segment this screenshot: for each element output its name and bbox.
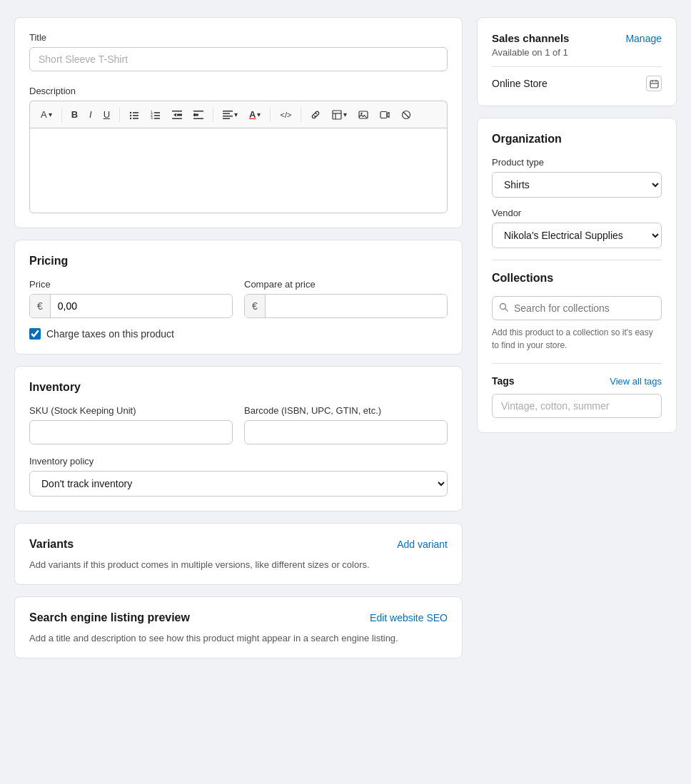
tags-header: Tags View all tags	[492, 375, 662, 387]
seo-header: Search engine listing preview Edit websi…	[29, 611, 448, 624]
pricing-card: Pricing Price € Compare at price €	[14, 240, 463, 355]
svg-rect-9	[154, 115, 160, 116]
barcode-label: Barcode (ISBN, UPC, GTIN, etc.)	[244, 405, 448, 416]
inventory-policy-select[interactable]: Don't track inventory Shopify tracks thi…	[29, 471, 448, 497]
variants-description: Add variants if this product comes in mu…	[29, 559, 448, 570]
variants-card: Variants Add variant Add variants if thi…	[14, 523, 463, 585]
inventory-policy-field: Inventory policy Don't track inventory S…	[29, 456, 448, 497]
tags-section: Tags View all tags	[492, 375, 662, 418]
edit-seo-button[interactable]: Edit website SEO	[370, 612, 448, 623]
sales-channels-title: Sales channels	[492, 32, 569, 44]
video-btn[interactable]	[375, 106, 395, 123]
toolbar-divider-3	[213, 108, 213, 122]
price-input[interactable]	[51, 295, 232, 317]
compare-price-input[interactable]	[266, 295, 447, 317]
calendar-icon[interactable]	[646, 76, 662, 91]
sales-channels-card: Sales channels Manage Available on 1 of …	[477, 17, 677, 106]
italic-btn[interactable]: I	[84, 106, 97, 123]
table-btn[interactable]: ▾	[327, 106, 352, 123]
align-btn[interactable]: ▾	[218, 106, 243, 123]
sales-header: Sales channels Manage	[492, 32, 662, 44]
compare-price-label: Compare at price	[244, 279, 448, 290]
svg-rect-11	[154, 118, 160, 119]
variants-header: Variants Add variant	[29, 538, 448, 551]
svg-rect-3	[133, 115, 138, 116]
svg-rect-23	[223, 118, 230, 119]
product-type-field: Product type Shirts Pants Accessories	[492, 157, 662, 198]
svg-rect-16	[193, 111, 203, 112]
bullet-list-btn[interactable]	[124, 106, 144, 123]
editor-toolbar: A ▾ B I U 1.2.3.	[29, 101, 448, 128]
product-type-label: Product type	[492, 157, 662, 168]
svg-point-28	[361, 112, 363, 113]
title-label: Title	[29, 32, 448, 43]
title-card: Title Description A ▾ B I U	[14, 17, 463, 228]
svg-rect-14	[177, 113, 182, 116]
price-prefix: €	[30, 295, 51, 317]
tags-input[interactable]	[492, 394, 662, 418]
svg-rect-18	[193, 113, 198, 116]
collections-divider	[492, 363, 662, 364]
svg-rect-21	[223, 113, 230, 114]
svg-point-2	[130, 114, 131, 116]
price-field: Price €	[29, 279, 233, 318]
add-variant-button[interactable]: Add variant	[397, 539, 448, 550]
code-btn[interactable]: </>	[275, 107, 296, 123]
vendor-label: Vendor	[492, 208, 662, 218]
sales-channels-subtitle: Available on 1 of 1	[492, 47, 662, 58]
sku-input[interactable]	[29, 420, 233, 444]
view-all-tags-button[interactable]: View all tags	[610, 376, 662, 387]
manage-button[interactable]: Manage	[625, 33, 662, 44]
collections-search-input[interactable]	[492, 296, 662, 320]
svg-rect-32	[650, 81, 658, 88]
block-btn[interactable]	[396, 106, 416, 123]
product-type-select[interactable]: Shirts Pants Accessories	[492, 172, 662, 198]
toolbar-divider-1	[61, 108, 62, 122]
indent-decrease-btn[interactable]	[167, 106, 187, 123]
org-divider	[492, 260, 662, 260]
image-btn[interactable]	[353, 106, 373, 123]
underline-btn[interactable]: U	[99, 106, 115, 123]
inventory-title: Inventory	[29, 381, 448, 394]
svg-rect-12	[172, 111, 182, 112]
font-btn[interactable]: A ▾	[36, 106, 57, 123]
vendor-field: Vendor Nikola's Electrical Supplies	[492, 208, 662, 248]
barcode-field: Barcode (ISBN, UPC, GTIN, etc.)	[244, 405, 448, 444]
link-btn[interactable]	[306, 106, 326, 123]
collections-hint: Add this product to a collection so it's…	[492, 326, 662, 352]
variants-title: Variants	[29, 538, 74, 551]
organization-card: Organization Product type Shirts Pants A…	[477, 118, 677, 433]
seo-description: Add a title and description to see how t…	[29, 633, 448, 643]
svg-marker-13	[173, 113, 176, 116]
toolbar-divider-2	[119, 108, 120, 122]
compare-price-field: Compare at price €	[244, 279, 448, 318]
toolbar-divider-5	[301, 108, 301, 122]
svg-rect-5	[133, 118, 138, 119]
svg-rect-24	[333, 111, 341, 119]
tax-checkbox[interactable]	[29, 328, 41, 340]
compare-price-wrapper: €	[244, 294, 448, 318]
bold-btn[interactable]: B	[66, 106, 83, 123]
svg-line-37	[505, 309, 508, 312]
svg-line-31	[403, 112, 409, 118]
text-color-btn[interactable]: A ▾	[244, 106, 266, 123]
barcode-input[interactable]	[244, 420, 448, 444]
online-store-label: Online Store	[492, 78, 548, 89]
title-input[interactable]	[29, 47, 448, 71]
inventory-card: Inventory SKU (Stock Keeping Unit) Barco…	[14, 366, 463, 511]
svg-point-4	[130, 117, 131, 118]
seo-title: Search engine listing preview	[29, 611, 190, 624]
seo-card: Search engine listing preview Edit websi…	[14, 596, 463, 658]
indent-increase-btn[interactable]	[188, 106, 208, 123]
policy-label: Inventory policy	[29, 456, 448, 467]
collections-title: Collections	[492, 272, 662, 285]
svg-rect-29	[380, 111, 387, 118]
price-label: Price	[29, 279, 233, 290]
vendor-select[interactable]: Nikola's Electrical Supplies	[492, 223, 662, 248]
ordered-list-btn[interactable]: 1.2.3.	[146, 106, 166, 123]
pricing-title: Pricing	[29, 255, 448, 268]
description-editor[interactable]	[29, 128, 448, 213]
svg-point-0	[130, 111, 131, 113]
svg-text:3.: 3.	[151, 116, 153, 120]
organization-title: Organization	[492, 133, 662, 146]
